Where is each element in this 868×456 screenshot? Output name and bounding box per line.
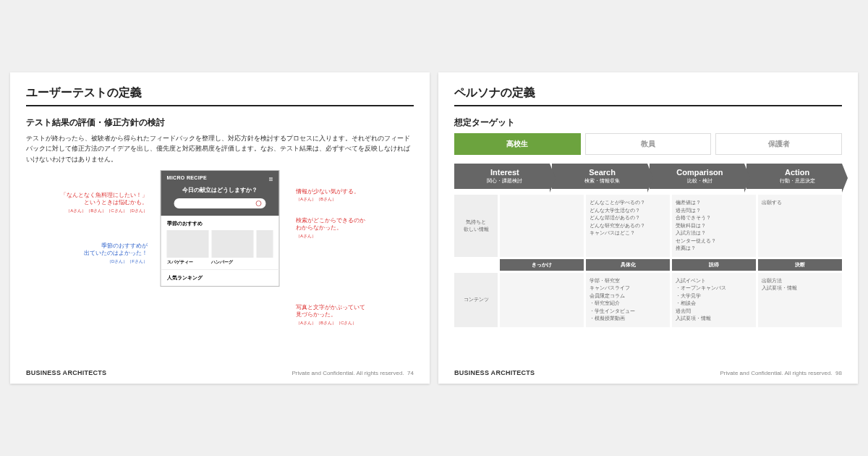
tab-teacher[interactable]: 教員	[585, 133, 712, 155]
annotation: 季節のおすすめが 出ていたのはよかった！（Dさん）（Fさん）	[57, 242, 148, 265]
journey-grid: 気持ちと 欲しい情報 どんなことが学べるの？ どんな大学生活なの？ どんな部活が…	[454, 195, 842, 327]
company-logo: BUSINESS ARCHITECTS	[26, 369, 106, 376]
annotation: 「なんとなく魚料理にしたい！」 というときは悩むかも。（Aさん）（Bさん）（Cさ…	[39, 192, 148, 214]
company-logo: BUSINESS ARCHITECTS	[454, 369, 535, 376]
slide-footer: BUSINESS ARCHITECTS Private and Confiden…	[454, 369, 842, 376]
slide-title: ユーザーテストの定義	[26, 85, 414, 106]
mock-brand: MICRO RECIPE	[167, 175, 273, 180]
search-input	[174, 198, 266, 208]
annotation: 情報が少ない気がする。（Aさん）（Bさん）	[296, 188, 397, 203]
body-text: テストが終わったら、被験者から得られたフィードバックを整理し、対応方針を検討する…	[26, 133, 414, 164]
slide-left: ユーザーテストの定義 テスト結果の評価・修正方針の検討 テストが終わったら、被験…	[10, 72, 430, 384]
section-heading: 人気ランキング	[167, 274, 273, 282]
app-mockup: MICRO RECIPE ≡ 今日の献立はどうしますか？ 季節のおすすめ スパゲ…	[161, 170, 280, 287]
hamburger-icon: ≡	[269, 175, 273, 183]
subtitle: 想定ターゲット	[454, 117, 842, 129]
tab-student[interactable]: 高校生	[454, 133, 581, 155]
slide-footer: BUSINESS ARCHITECTS Private and Confiden…	[26, 369, 414, 376]
slide-right: ペルソナの定義 想定ターゲット 高校生 教員 保護者 Interest関心・課題…	[438, 72, 858, 384]
annotation: 検索がどこからできるのか わからなかった。（Aさん）	[296, 217, 397, 240]
section-heading: 季節のおすすめ	[167, 220, 273, 227]
mock-question: 今日の献立はどうしますか？	[167, 186, 273, 194]
slide-title: ペルソナの定義	[454, 85, 842, 106]
annotation: 写真と文字がかぶっていて 見づらかった。（Aさん）（Bさん）（Cさん）	[296, 304, 397, 326]
persona-tabs: 高校生 教員 保護者	[454, 133, 842, 155]
journey-stages: Interest関心・課題検討 Search検索・情報収集 Comparison…	[454, 164, 842, 189]
subtitle: テスト結果の評価・修正方針の検討	[26, 117, 414, 129]
tab-parent[interactable]: 保護者	[715, 133, 842, 155]
